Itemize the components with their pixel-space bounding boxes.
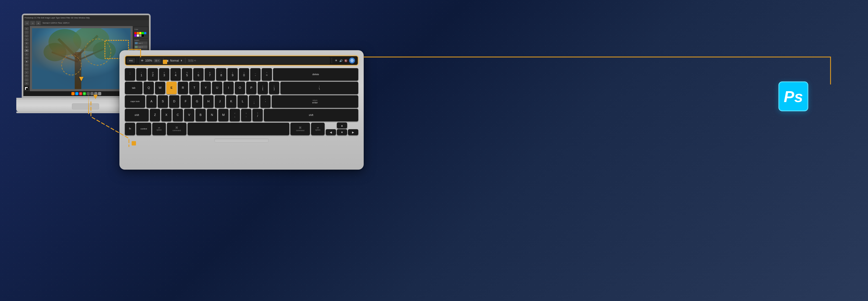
- svg-line-4: [52, 52, 78, 62]
- key-option-right[interactable]: alt option: [311, 123, 324, 135]
- key-i[interactable]: I: [223, 82, 234, 94]
- key-shift-left[interactable]: shift: [125, 109, 149, 121]
- key-0[interactable]: ) 0: [239, 68, 249, 81]
- ps-color-panel: Color: [134, 27, 148, 38]
- key-p[interactable]: P: [246, 82, 256, 94]
- key-tab[interactable]: tab: [125, 82, 143, 94]
- key-semicolon[interactable]: : ;: [249, 95, 259, 108]
- key-arrow-right[interactable]: ▶: [348, 129, 358, 135]
- key-8[interactable]: * 8: [216, 68, 226, 81]
- key-delete[interactable]: delete: [273, 68, 358, 81]
- key-slash[interactable]: ? /: [252, 109, 263, 121]
- key-command-left[interactable]: ⌘ command: [167, 123, 186, 135]
- key-w[interactable]: W: [155, 82, 165, 94]
- key-option-left[interactable]: alt option: [152, 123, 166, 135]
- key-j[interactable]: J: [215, 95, 225, 108]
- tb-mute-icon[interactable]: 🔇: [344, 59, 347, 62]
- ps-tool-btn: ⟲: [24, 21, 29, 25]
- ps-tool-stamp: ◎: [24, 53, 29, 56]
- key-s[interactable]: S: [158, 95, 168, 108]
- arrow-cluster: ▲ ◀ ▼ ▶: [326, 122, 358, 135]
- key-h[interactable]: H: [203, 95, 214, 108]
- key-x[interactable]: X: [161, 109, 172, 121]
- ps-tool-select: ⬚: [24, 31, 29, 34]
- key-u[interactable]: U: [212, 82, 222, 94]
- key-9[interactable]: ( 9: [227, 68, 238, 81]
- tb-brightness-icon[interactable]: ☀: [335, 59, 338, 62]
- key-k[interactable]: K: [226, 95, 237, 108]
- ps-tools-panel: ✦ ⬚ ⊃ ✶ ⊠ ◈ ⌘ ◎ ◻ ⬟ ⌾ ○ ✒ T □: [23, 26, 30, 91]
- tb-volume-icon[interactable]: 🔊: [339, 59, 343, 62]
- key-a[interactable]: A: [146, 95, 157, 108]
- key-1[interactable]: ! 1: [136, 68, 147, 81]
- trackpad-area: [125, 139, 358, 142]
- key-7[interactable]: & 7: [205, 68, 215, 81]
- key-d[interactable]: D: [169, 95, 179, 108]
- key-4[interactable]: $ 4: [170, 68, 181, 81]
- key-minus[interactable]: _ -: [250, 68, 260, 81]
- key-e[interactable]: E: [166, 82, 177, 94]
- key-3[interactable]: # 3: [159, 68, 169, 81]
- key-o[interactable]: O: [235, 82, 245, 94]
- key-enter[interactable]: return enter: [272, 95, 358, 108]
- key-equals[interactable]: + =: [262, 68, 272, 81]
- key-fn[interactable]: fn: [125, 123, 135, 135]
- key-control[interactable]: control: [136, 123, 151, 135]
- key-bracket-close[interactable]: } ]: [269, 82, 279, 94]
- svg-line-2: [58, 39, 78, 59]
- key-5[interactable]: % 5: [182, 68, 192, 81]
- key-shift-right[interactable]: shift: [264, 109, 358, 121]
- tb-esc-key[interactable]: esc: [127, 58, 135, 63]
- key-arrow-left[interactable]: ◀: [326, 129, 336, 135]
- screen-to-keyboard-arrow: ▼: [92, 92, 99, 101]
- key-comma[interactable]: < ,: [229, 109, 240, 121]
- tb-eye-icon: 👁: [141, 59, 144, 62]
- key-l[interactable]: L: [238, 95, 248, 108]
- key-f[interactable]: F: [181, 95, 191, 108]
- key-arrow-up[interactable]: ▲: [337, 122, 347, 128]
- key-c[interactable]: C: [173, 109, 183, 121]
- key-g[interactable]: G: [192, 95, 202, 108]
- key-r[interactable]: R: [178, 82, 188, 94]
- tb-fit-button[interactable]: ⊡ +: [154, 59, 160, 62]
- tb-ps-section: 👁 100% ⊡ + ▣ Normal ⬍ ⬛⬛ ⟲: [139, 57, 330, 64]
- ps-tool-dodge: ○: [24, 67, 29, 70]
- key-t[interactable]: T: [189, 82, 199, 94]
- key-period[interactable]: > .: [241, 109, 251, 121]
- keyboard-body: esc 👁 100% ⊡ + ▣ Normal ⬍ ⬛⬛ ⟲ ☀: [119, 50, 364, 170]
- ps-tool-blur: ⌾: [24, 63, 29, 66]
- ps-layer-item: Layer 1: [134, 41, 147, 45]
- key-caps-lock[interactable]: caps lock: [125, 95, 145, 108]
- key-spacebar[interactable]: [188, 123, 289, 135]
- key-m[interactable]: M: [218, 109, 228, 121]
- key-bracket-open[interactable]: { [: [257, 82, 268, 94]
- ps-tool-pen: ✒: [24, 71, 29, 74]
- ps-tool-crop: ⊠: [24, 42, 29, 45]
- key-b[interactable]: B: [195, 109, 206, 121]
- key-arrow-down[interactable]: ▼: [337, 129, 347, 135]
- key-y[interactable]: Y: [200, 82, 211, 94]
- key-n[interactable]: N: [207, 109, 217, 121]
- ps-options-bar: ⟲ ⊡ ⊞ Normal ▾ 100% ▾ Flow: 100% ▾: [23, 20, 149, 26]
- ps-tool-brush: ⌘: [24, 49, 29, 52]
- key-6[interactable]: ^ 6: [193, 68, 204, 81]
- svg-line-5: [78, 49, 104, 60]
- trackpad: [214, 139, 269, 142]
- svg-point-11: [62, 55, 82, 75]
- key-q[interactable]: Q: [144, 82, 154, 94]
- key-quote[interactable]: " ': [260, 95, 271, 108]
- key-v[interactable]: V: [184, 109, 194, 121]
- macbook-touchpad: [72, 103, 99, 110]
- ps-color-swatches: [24, 87, 29, 90]
- key-2[interactable]: @ 2: [148, 68, 158, 81]
- ps-tool-lasso: ⊃: [24, 34, 29, 37]
- key-z[interactable]: Z: [150, 109, 160, 121]
- tb-divider3: [185, 58, 185, 63]
- key-command-right[interactable]: ⌘ command: [290, 123, 310, 135]
- tb-blend-mode: Normal: [170, 59, 179, 62]
- ps-tool-btn: ⊡: [30, 21, 35, 25]
- tb-siri-button[interactable]: [349, 58, 355, 63]
- key-backslash[interactable]: | \: [280, 82, 358, 94]
- key-backtick[interactable]: ~ `: [125, 68, 135, 81]
- tb-history-controls: ⬛⬛ ⟲: [188, 59, 196, 62]
